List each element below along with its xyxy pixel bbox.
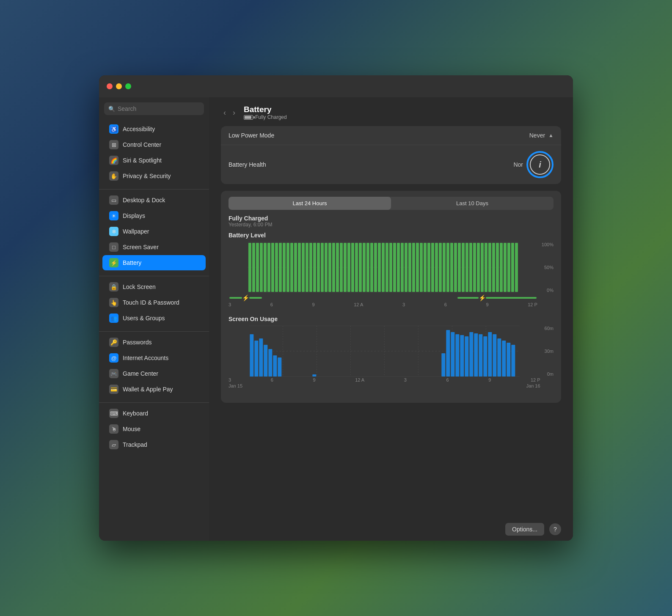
sidebar-item-label: Mouse: [123, 426, 140, 432]
svg-rect-47: [389, 243, 392, 292]
battery-status-icon: [244, 115, 253, 120]
svg-rect-95: [268, 349, 272, 377]
tab-24h[interactable]: Last 24 Hours: [229, 197, 391, 210]
help-button[interactable]: ?: [549, 523, 561, 535]
sidebar-item-wallet-apple-pay[interactable]: 💳 Wallet & Apple Pay: [102, 382, 206, 397]
sidebar-item-label: Privacy & Security: [123, 173, 171, 179]
sidebar-item-battery[interactable]: ⚡ Battery: [102, 255, 206, 270]
sidebar-item-screen-saver[interactable]: □ Screen Saver: [102, 239, 206, 255]
sidebar-item-label: Touch ID & Password: [123, 299, 179, 306]
svg-rect-22: [294, 243, 297, 292]
sidebar-item-displays[interactable]: ☀ Displays: [102, 208, 206, 223]
displays-icon: ☀: [109, 211, 118, 220]
sidebar-item-trackpad[interactable]: ▱ Trackpad: [102, 437, 206, 452]
svg-rect-71: [481, 243, 484, 292]
charge-line-4: [486, 297, 537, 299]
svg-rect-58: [431, 243, 434, 292]
svg-rect-17: [275, 243, 278, 292]
svg-rect-111: [497, 338, 501, 377]
sidebar-item-siri-spotlight[interactable]: 🌈 Siri & Spotlight: [102, 153, 206, 168]
search-input[interactable]: [118, 105, 200, 112]
chart-card-inner: Last 24 Hours Last 10 Days Fully Charged…: [221, 191, 561, 403]
svg-rect-75: [496, 243, 499, 292]
svg-rect-67: [465, 243, 468, 292]
time-tabs: Last 24 Hours Last 10 Days: [229, 197, 554, 210]
desktop-dock-icon: ▭: [109, 195, 118, 205]
sidebar-section-2: ▭ Desktop & Dock ☀ Displays ❄ Wallpaper …: [99, 192, 209, 271]
sidebar-item-label: Accessibility: [123, 126, 155, 132]
content-area: Low Power Mode Never ▲ Battery Health No…: [209, 126, 573, 518]
sidebar-item-passwords[interactable]: 🔑 Passwords: [102, 335, 206, 350]
svg-rect-29: [321, 243, 324, 292]
svg-rect-30: [325, 243, 328, 292]
x-label-0: 3: [229, 302, 231, 307]
usage-chart: 3 6 9 12 A 3 6 9 12 P: [229, 326, 540, 388]
svg-rect-102: [455, 334, 459, 377]
ux-label-2: 9: [313, 377, 315, 382]
svg-rect-12: [256, 243, 259, 292]
x-label-1: 6: [270, 302, 273, 307]
sidebar-item-accessibility[interactable]: ♿ Accessibility: [102, 121, 206, 137]
search-bar[interactable]: 🔍: [104, 102, 204, 115]
sidebar-item-game-center[interactable]: 🎮 Game Center: [102, 366, 206, 381]
keyboard-icon: ⌨: [109, 409, 118, 418]
date-label-1: Jan 16: [526, 383, 540, 388]
sidebar-item-keyboard[interactable]: ⌨ Keyboard: [102, 406, 206, 421]
ux-label-4: 3: [404, 377, 407, 382]
svg-rect-72: [485, 243, 487, 292]
minimize-button[interactable]: [116, 83, 122, 89]
settings-card-power: Low Power Mode Never ▲ Battery Health No…: [221, 126, 561, 184]
battery-y-labels: 100% 50% 0%: [539, 242, 554, 293]
sidebar-item-users-groups[interactable]: 👥 Users & Groups: [102, 311, 206, 326]
sidebar-item-label: Desktop & Dock: [123, 197, 165, 204]
svg-rect-16: [271, 243, 274, 292]
page-title: Battery: [244, 105, 287, 114]
tab-10d[interactable]: Last 10 Days: [391, 197, 554, 210]
sidebar-item-desktop-dock[interactable]: ▭ Desktop & Dock: [102, 192, 206, 208]
nav-arrows: ‹ ›: [221, 107, 238, 118]
sidebar-item-privacy-security[interactable]: ✋ Privacy & Security: [102, 168, 206, 184]
svg-rect-23: [298, 243, 301, 292]
ux-label-3: 12 A: [355, 377, 364, 382]
sidebar-item-touch-id[interactable]: 👆 Touch ID & Password: [102, 295, 206, 310]
svg-rect-49: [397, 243, 400, 292]
svg-rect-105: [469, 332, 473, 377]
maximize-button[interactable]: [125, 83, 131, 89]
svg-rect-37: [351, 243, 354, 292]
svg-rect-50: [401, 243, 404, 292]
sidebar-item-internet-accounts[interactable]: @ Internet Accounts: [102, 350, 206, 366]
trackpad-icon: ▱: [109, 440, 118, 449]
back-button[interactable]: ‹: [221, 107, 229, 118]
divider-1: [99, 189, 209, 190]
sidebar-item-wallpaper[interactable]: ❄ Wallpaper: [102, 224, 206, 239]
info-button[interactable]: i: [526, 151, 554, 178]
x-label-5: 6: [444, 302, 447, 307]
x-label-4: 3: [402, 302, 405, 307]
options-button[interactable]: Options...: [505, 523, 544, 536]
battery-health-row-right: Nor i: [513, 151, 554, 178]
svg-rect-101: [451, 332, 454, 377]
battery-chart: ⚡ ⚡: [229, 242, 537, 307]
sidebar-item-control-center[interactable]: ⊞ Control Center: [102, 137, 206, 152]
svg-rect-24: [302, 243, 305, 292]
low-power-mode-row: Low Power Mode Never ▲: [221, 126, 561, 145]
close-button[interactable]: [107, 83, 113, 89]
forward-button[interactable]: ›: [230, 107, 238, 118]
svg-rect-51: [405, 243, 408, 292]
svg-rect-94: [264, 345, 267, 377]
sidebar-item-mouse[interactable]: 🖱 Mouse: [102, 421, 206, 437]
battery-health-label: Battery Health: [229, 161, 266, 168]
svg-rect-93: [259, 338, 263, 377]
mouse-icon: 🖱: [109, 424, 118, 434]
svg-rect-110: [493, 334, 496, 377]
svg-rect-25: [306, 243, 308, 292]
svg-rect-19: [283, 243, 286, 292]
sidebar-item-lock-screen[interactable]: 🔒 Lock Screen: [102, 279, 206, 294]
battery-health-row: Battery Health Nor i: [221, 145, 561, 184]
svg-rect-53: [412, 243, 415, 292]
svg-rect-104: [465, 336, 468, 377]
svg-rect-39: [359, 243, 362, 292]
game-center-icon: 🎮: [109, 369, 118, 378]
svg-rect-34: [340, 243, 343, 292]
usage-date-labels: Jan 15 Jan 16: [229, 382, 540, 388]
